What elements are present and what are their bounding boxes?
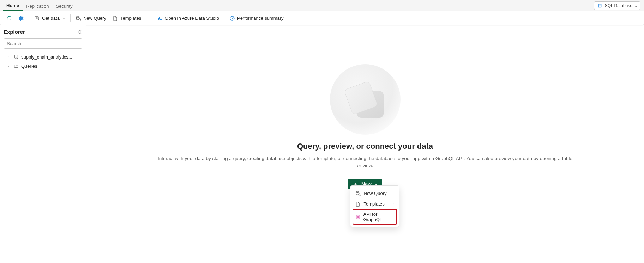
new-query-icon (76, 16, 81, 21)
empty-state-illustration (330, 64, 401, 135)
toolbar: Get data ⌄ New Query Templates ⌄ Open in… (0, 11, 644, 25)
svg-rect-1 (599, 5, 601, 5)
graphql-icon (355, 214, 361, 220)
tab-replication[interactable]: Replication (23, 1, 52, 11)
svg-point-13 (357, 219, 358, 219)
explorer-tree: › supply_chain_analytics... › Queries (4, 52, 82, 71)
resource-type-label: SQL Database (605, 3, 632, 8)
resource-type-dropdown[interactable]: SQL Database ⌄ (594, 1, 640, 10)
chevron-right-icon: › (8, 55, 11, 59)
dropdown-item-label: API for GraphQL (363, 212, 394, 222)
svg-point-5 (76, 16, 79, 18)
svg-point-10 (356, 191, 359, 192)
new-dropdown: New Query Templates › (350, 185, 399, 227)
performance-summary-label: Performance summary (237, 16, 283, 21)
main: Explorer › supply_chain_analytics... › Q… (0, 25, 644, 263)
svg-point-9 (15, 55, 18, 56)
templates-button[interactable]: Templates ⌄ (110, 14, 150, 23)
svg-rect-2 (599, 5, 601, 6)
dropdown-item-label: Templates (364, 201, 385, 207)
chevron-down-icon: ⌄ (634, 4, 637, 8)
tree-item-label: Queries (21, 63, 37, 69)
new-query-button[interactable]: New Query (73, 14, 109, 23)
separator (152, 14, 152, 22)
svg-point-12 (357, 214, 358, 215)
tree-item-label: supply_chain_analytics... (21, 54, 72, 60)
content-area: Query, preview, or connect your data Int… (86, 25, 644, 263)
get-data-label: Get data (42, 16, 60, 21)
tree-item-queries[interactable]: › Queries (4, 61, 82, 71)
tab-home[interactable]: Home (3, 1, 23, 11)
database-icon (13, 54, 19, 60)
new-query-icon (355, 190, 361, 196)
tab-security[interactable]: Security (52, 1, 76, 11)
collapse-sidebar-button[interactable] (77, 30, 82, 35)
separator (224, 14, 224, 22)
dropdown-item-api-graphql[interactable]: API for GraphQL (353, 209, 397, 225)
svg-point-17 (359, 218, 360, 218)
search-input[interactable] (4, 38, 82, 49)
empty-state-heading: Query, preview, or connect your data (157, 142, 573, 151)
settings-button[interactable] (16, 14, 27, 23)
empty-state: Query, preview, or connect your data Int… (157, 64, 573, 189)
dropdown-item-templates[interactable]: Templates › (353, 198, 397, 209)
svg-point-15 (359, 215, 360, 216)
dropdown-item-new-query[interactable]: New Query (353, 188, 397, 198)
folder-icon (13, 63, 19, 69)
explorer-title: Explorer (4, 29, 25, 35)
separator (70, 14, 71, 22)
chevron-right-icon: › (393, 202, 394, 206)
performance-summary-button[interactable]: Performance summary (227, 14, 286, 23)
top-nav: Home Replication Security SQL Database ⌄ (0, 0, 644, 11)
open-azure-label: Open in Azure Data Studio (165, 16, 219, 21)
chevron-down-icon: ⌄ (62, 16, 65, 20)
dropdown-item-label: New Query (364, 191, 387, 196)
svg-point-14 (356, 215, 356, 216)
open-azure-data-studio-button[interactable]: Open in Azure Data Studio (154, 14, 222, 23)
chevron-down-icon: ⌄ (144, 16, 147, 20)
explorer-sidebar: Explorer › supply_chain_analytics... › Q… (0, 25, 86, 263)
get-data-icon (34, 16, 40, 21)
templates-icon (113, 16, 118, 21)
gear-icon (18, 16, 24, 21)
svg-point-8 (232, 18, 233, 19)
empty-state-description: Interact with your data by starting a qu… (157, 155, 573, 170)
separator (289, 14, 289, 22)
svg-point-16 (356, 218, 356, 218)
chevron-right-icon: › (8, 64, 11, 68)
separator (29, 14, 29, 22)
sql-database-icon (597, 3, 603, 8)
explorer-header: Explorer (4, 29, 82, 35)
azure-data-studio-icon (157, 16, 163, 21)
refresh-button[interactable] (4, 14, 15, 23)
templates-label: Templates (120, 16, 141, 21)
performance-icon (229, 16, 235, 21)
refresh-icon (6, 16, 12, 21)
new-query-label: New Query (83, 16, 106, 21)
templates-icon (355, 201, 361, 207)
svg-rect-3 (599, 6, 601, 7)
get-data-button[interactable]: Get data ⌄ (31, 14, 68, 23)
tree-item-database[interactable]: › supply_chain_analytics... (4, 52, 82, 61)
